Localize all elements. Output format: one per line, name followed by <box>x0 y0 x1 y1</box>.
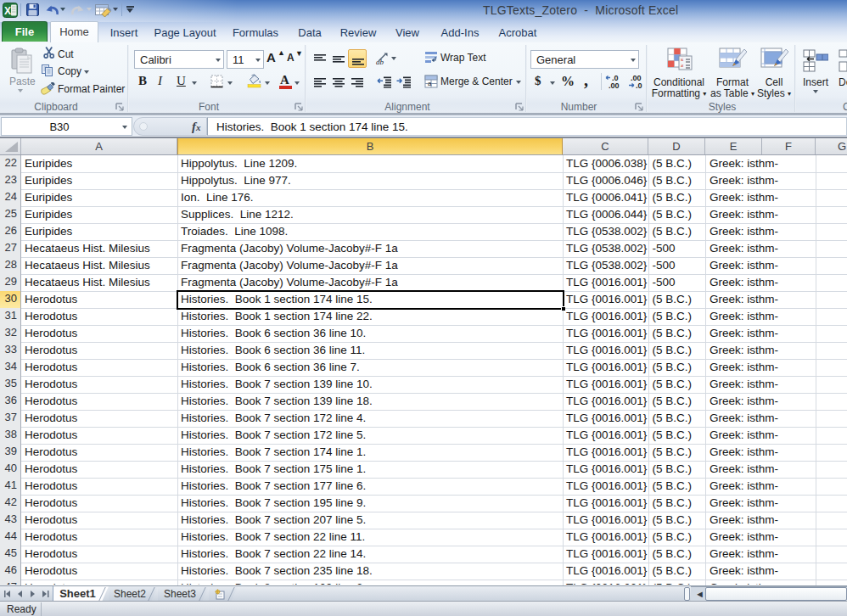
svg-text:a: a <box>428 80 432 87</box>
svg-text:.0: .0 <box>636 81 642 90</box>
svg-text:.00: .00 <box>609 81 620 90</box>
svg-text:ab: ab <box>376 58 384 65</box>
svg-text:X: X <box>4 5 11 17</box>
